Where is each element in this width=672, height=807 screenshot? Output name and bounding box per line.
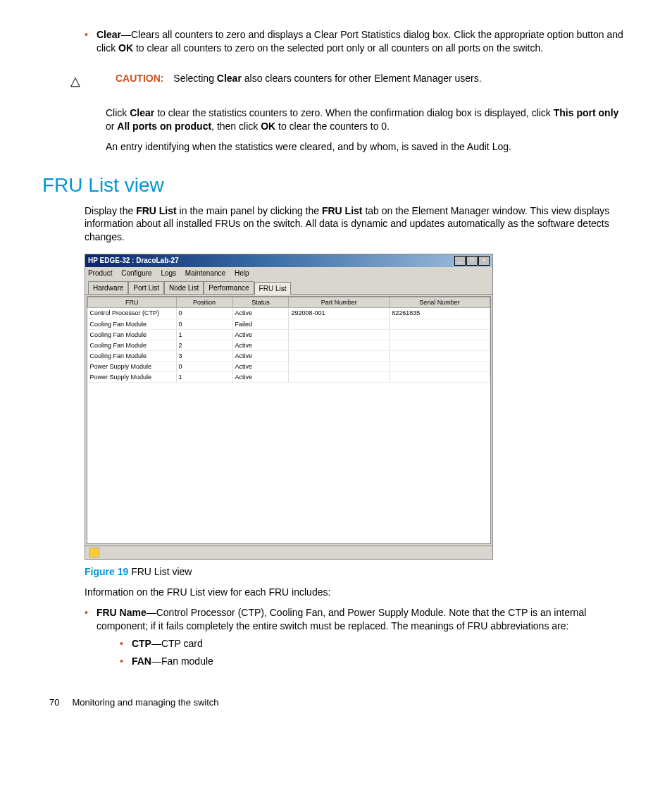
tab-nodelist[interactable]: Node List: [164, 281, 204, 295]
clear-ok: OK: [118, 42, 133, 54]
info-line: Information on the FRU List view for eac…: [85, 586, 630, 599]
page-number: 70: [49, 696, 59, 709]
fru-name-text: FRU Name—Control Processor (CTP), Coolin…: [97, 606, 630, 633]
warning-icon[interactable]: [89, 548, 99, 557]
table-cell: 0: [176, 362, 232, 372]
caution-text: CAUTION: Selecting Clear also clears cou…: [116, 72, 482, 85]
bullet-fru-name: • FRU Name—Control Processor (CTP), Cool…: [85, 606, 630, 633]
table-row[interactable]: Cooling Fan Module1Active: [88, 329, 490, 340]
table-row[interactable]: Cooling Fan Module3Active: [88, 350, 490, 361]
table-cell: [390, 372, 490, 383]
page-footer: 70 Monitoring and managing the switch: [49, 696, 630, 709]
figure-text: FRU List view: [128, 566, 192, 577]
menu-maintenance[interactable]: Maintenance: [185, 269, 225, 277]
menu-help[interactable]: Help: [235, 269, 249, 277]
table-cell: [390, 362, 490, 372]
menu-configure[interactable]: Configure: [121, 269, 151, 277]
menu-bar: Product Configure Logs Maintenance Help: [85, 267, 492, 280]
table-cell: Active: [232, 350, 289, 361]
table-cell: Control Processor (CTP): [88, 308, 177, 319]
col-position[interactable]: Position: [176, 297, 232, 308]
table-cell: Active: [232, 372, 289, 383]
bullet-clear: • Clear—Clears all counters to zero and …: [85, 28, 630, 55]
screenshot: HP EDGE-32 : DracoLab-27 _ □ × Product C…: [85, 254, 493, 560]
table-row[interactable]: Control Processor (CTP)0Active292008-001…: [88, 308, 490, 319]
bullet-icon: •: [120, 637, 123, 651]
table-cell: Active: [232, 362, 289, 372]
window: HP EDGE-32 : DracoLab-27 _ □ × Product C…: [85, 254, 493, 560]
table-cell: 3: [176, 350, 232, 361]
table-cell: [390, 340, 490, 350]
grid-area: FRU Position Status Part Number Serial N…: [87, 296, 491, 544]
window-titlebar: HP EDGE-32 : DracoLab-27 _ □ ×: [85, 254, 492, 267]
col-partnumber[interactable]: Part Number: [289, 297, 390, 308]
table-row[interactable]: Cooling Fan Module2Active: [88, 340, 490, 350]
tab-hardware[interactable]: Hardware: [88, 281, 128, 295]
caution-t2: also clears counters for other Element M…: [242, 73, 482, 84]
table-cell: 2: [176, 340, 232, 350]
fru-table: FRU Position Status Part Number Serial N…: [87, 297, 490, 383]
tab-frulist[interactable]: FRU List: [254, 282, 292, 295]
table-cell: Power Supply Module: [88, 372, 177, 383]
para-click-clear: Click Clear to clear the statistics coun…: [106, 106, 630, 133]
table-cell: [289, 372, 390, 383]
table-cell: Failed: [232, 319, 289, 329]
table-cell: 292008-001: [289, 308, 390, 319]
tab-portlist[interactable]: Port List: [128, 281, 164, 295]
caution-bold: Clear: [217, 73, 242, 84]
chapter-title: Monitoring and managing the switch: [72, 696, 218, 709]
table-cell: 1: [176, 329, 232, 340]
close-icon[interactable]: ×: [478, 256, 490, 266]
table-cell: [289, 350, 390, 361]
intro-paragraph: Display the FRU List in the main panel b…: [85, 204, 630, 245]
table-header-row: FRU Position Status Part Number Serial N…: [88, 297, 490, 308]
table-cell: 1: [176, 372, 232, 383]
table-cell: [289, 329, 390, 340]
figure-caption: Figure 19 FRU List view: [85, 565, 630, 579]
table-cell: 82261835: [390, 308, 490, 319]
table-row[interactable]: Power Supply Module1Active: [88, 372, 490, 383]
col-fru[interactable]: FRU: [88, 297, 177, 308]
table-cell: Power Supply Module: [88, 362, 177, 372]
table-cell: [390, 319, 490, 329]
table-row[interactable]: Power Supply Module0Active: [88, 362, 490, 372]
table-cell: [289, 362, 390, 372]
menu-product[interactable]: Product: [88, 269, 112, 277]
clear-t2: to clear all counters to zero on the sel…: [133, 42, 543, 54]
table-cell: Cooling Fan Module: [88, 340, 177, 350]
clear-label: Clear: [97, 29, 121, 40]
status-bar: [85, 546, 492, 559]
table-cell: [390, 329, 490, 340]
tab-bar: Hardware Port List Node List Performance…: [85, 280, 492, 295]
sub-bullet: •FAN—Fan module: [120, 655, 630, 668]
bullet-icon: •: [85, 28, 88, 55]
window-title: HP EDGE-32 : DracoLab-27: [88, 256, 454, 266]
bullet-icon: •: [120, 655, 123, 668]
maximize-icon[interactable]: □: [466, 256, 478, 266]
menu-logs[interactable]: Logs: [161, 269, 176, 277]
caution-icon: △: [70, 73, 80, 90]
table-cell: [289, 319, 390, 329]
para-audit-log: An entry identifying when the statistics…: [106, 140, 630, 154]
tab-performance[interactable]: Performance: [204, 281, 254, 295]
table-cell: Cooling Fan Module: [88, 350, 177, 361]
caution-t1: Selecting: [173, 73, 216, 84]
table-cell: Cooling Fan Module: [88, 319, 177, 329]
caution-block: △ CAUTION: Selecting Clear also clears c…: [70, 72, 630, 90]
table-cell: Active: [232, 308, 289, 319]
table-cell: [289, 340, 390, 350]
table-cell: Active: [232, 329, 289, 340]
minimize-icon[interactable]: _: [454, 256, 466, 266]
table-cell: 0: [176, 319, 232, 329]
bullet-clear-text: Clear—Clears all counters to zero and di…: [97, 28, 630, 55]
window-controls: _ □ ×: [454, 256, 490, 266]
col-status[interactable]: Status: [232, 297, 289, 308]
table-row[interactable]: Cooling Fan Module0Failed: [88, 319, 490, 329]
table-cell: Cooling Fan Module: [88, 329, 177, 340]
bullet-icon: •: [85, 606, 88, 633]
section-heading: FRU List view: [42, 172, 630, 199]
table-cell: 0: [176, 308, 232, 319]
table-cell: [390, 350, 490, 361]
col-serialnumber[interactable]: Serial Number: [390, 297, 490, 308]
sub-bullet: •CTP—CTP card: [120, 637, 630, 651]
